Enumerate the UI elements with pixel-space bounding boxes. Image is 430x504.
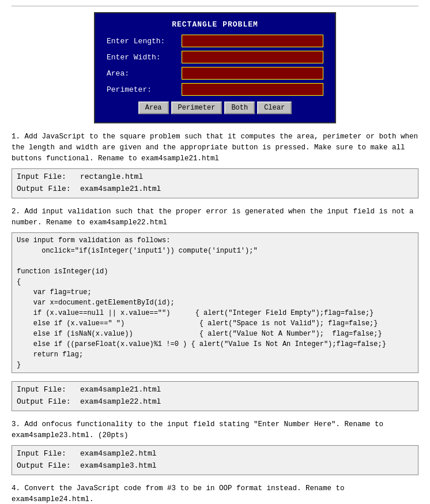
section-1-input-value: rectangle.html <box>80 171 143 183</box>
section-1-output-row: Output File:exam4sample21.html <box>17 183 413 195</box>
section-3-input-label: Input File: <box>17 448 80 460</box>
width-input[interactable] <box>182 51 323 63</box>
rect-label-perimeter: Perimeter: <box>107 85 182 94</box>
rect-box: RECTANGLE PROBLEM Enter Length: Enter Wi… <box>94 12 336 123</box>
section-1-input-row: Input File:rectangle.html <box>17 171 413 183</box>
area-button[interactable]: Area <box>138 101 169 114</box>
both-button[interactable]: Both <box>224 101 255 114</box>
section-3-output-row: Output File:exam4sample3.html <box>17 460 413 472</box>
rect-row-width: Enter Width: <box>107 51 323 63</box>
section-2-input-row: Input File:exam4sample21.html <box>17 384 413 396</box>
section-3-output-value: exam4sample3.html <box>80 460 157 472</box>
section-3-input-value: exam4sample2.html <box>80 448 157 460</box>
section-1-output-value: exam4sample21.html <box>80 183 161 195</box>
section-1-filebox: Input File:rectangle.htmlOutput File:exa… <box>12 168 418 198</box>
rect-label-length: Enter Length: <box>107 37 182 46</box>
rect-label-area: Area: <box>107 69 182 78</box>
perimeter-input[interactable] <box>182 83 323 96</box>
section-1-output-label: Output File: <box>17 183 80 195</box>
section-2-codebox: Use input form validation as follows: on… <box>12 232 418 373</box>
rect-row-length: Enter Length: <box>107 35 323 47</box>
length-input[interactable] <box>182 35 323 47</box>
rect-label-width: Enter Width: <box>107 53 182 62</box>
section-1-input-label: Input File: <box>17 171 80 183</box>
section-1-instructions: 1. Add JavaScript to the square problem … <box>12 131 418 164</box>
sections-container: 1. Add JavaScript to the square problem … <box>12 131 418 504</box>
rect-row-area: Area: <box>107 67 323 80</box>
section-2-output-label: Output File: <box>17 396 80 408</box>
section-2-input-label: Input File: <box>17 384 80 396</box>
section-2-output-value: exam4sample22.html <box>80 396 161 408</box>
section-2-instructions: 2. Add input validation such that the pr… <box>12 206 418 228</box>
section-3-instructions: 3. Add onfocus functionality to the inpu… <box>12 419 418 441</box>
section-2-output-row: Output File:exam4sample22.html <box>17 396 413 408</box>
clear-button[interactable]: Clear <box>257 101 292 114</box>
section-3-input-row: Input File:exam4sample2.html <box>17 448 413 460</box>
area-input[interactable] <box>182 67 323 80</box>
perimeter-button[interactable]: Perimeter <box>171 101 222 114</box>
top-divider <box>12 6 418 6</box>
rect-container: RECTANGLE PROBLEM Enter Length: Enter Wi… <box>12 12 418 123</box>
section-2-filebox: Input File:exam4sample21.htmlOutput File… <box>12 381 418 411</box>
section-4-instructions: 4. Convert the JavaScript code from #3 t… <box>12 483 418 504</box>
section-3-filebox: Input File:exam4sample2.htmlOutput File:… <box>12 445 418 475</box>
rect-buttons: Area Perimeter Both Clear <box>107 101 323 114</box>
section-3-output-label: Output File: <box>17 460 80 472</box>
rect-title: RECTANGLE PROBLEM <box>107 20 323 29</box>
rect-row-perimeter: Perimeter: <box>107 83 323 96</box>
section-2-input-value: exam4sample21.html <box>80 384 161 396</box>
